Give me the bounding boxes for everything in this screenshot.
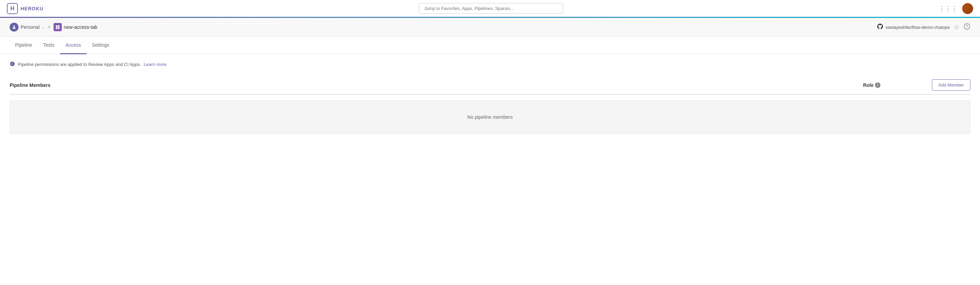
empty-state: No pipeline members [10,100,970,134]
role-label: Role [863,83,873,88]
members-header: Pipeline Members Role i Add Member [10,76,970,94]
breadcrumb-bar: Personal ⌄ > new-access-tab ssetayeshfar… [0,18,980,37]
chevron-down-icon: ⌄ [41,25,45,30]
grid-icon[interactable]: ⋮⋮⋮ [939,5,957,12]
personal-label: Personal [21,24,40,30]
breadcrumb-separator: > [48,24,51,30]
svg-rect-4 [58,27,59,29]
empty-state-text: No pipeline members [467,115,513,120]
tab-pipeline[interactable]: Pipeline [10,37,38,54]
github-icon [877,23,883,32]
search-input[interactable] [419,3,563,14]
svg-rect-1 [56,25,57,27]
main-content: i Pipeline permissions are applied to Re… [0,54,980,141]
avatar-image [962,3,973,14]
search-container [44,3,939,14]
learn-more-link[interactable]: Learn more [143,62,166,67]
app-icon [54,23,62,31]
star-icon[interactable]: ☆ [954,23,959,31]
topnav: H HEROKU ⋮⋮⋮ [0,0,980,18]
tab-tests[interactable]: Tests [38,37,60,54]
info-icon: i [10,61,15,68]
user-icon [10,23,19,32]
info-bar: i Pipeline permissions are applied to Re… [10,61,970,68]
column-role: Role i [863,83,932,88]
svg-text:i: i [12,62,13,65]
topnav-right: ⋮⋮⋮ [939,3,973,14]
column-members-label: Pipeline Members [10,83,863,88]
tab-settings[interactable]: Settings [86,37,115,54]
add-member-button[interactable]: Add Member [932,79,970,91]
breadcrumb-right: ssetayeshfar/flow-demo-chatops ☆ ? [877,23,970,32]
heroku-logo[interactable]: H HEROKU [7,3,44,14]
svg-rect-3 [56,27,57,29]
avatar[interactable] [962,3,973,14]
github-repo-name: ssetayeshfar/flow-demo-chatops [886,25,950,30]
role-info-icon[interactable]: i [875,83,880,88]
svg-text:?: ? [966,24,968,28]
logo-icon: H [7,3,18,14]
breadcrumb-personal[interactable]: Personal ⌄ [10,23,45,32]
logo-text: HEROKU [21,6,44,11]
tabs-bar: Pipeline Tests Access Settings [0,37,980,54]
github-link[interactable]: ssetayeshfar/flow-demo-chatops [877,23,950,32]
svg-point-0 [13,25,15,27]
members-divider [10,94,970,95]
svg-rect-2 [58,25,59,27]
tab-access[interactable]: Access [60,37,86,54]
info-text: Pipeline permissions are applied to Revi… [18,62,141,67]
help-icon[interactable]: ? [964,23,970,32]
breadcrumb-app[interactable]: new-access-tab [54,23,97,31]
app-name: new-access-tab [64,24,97,30]
